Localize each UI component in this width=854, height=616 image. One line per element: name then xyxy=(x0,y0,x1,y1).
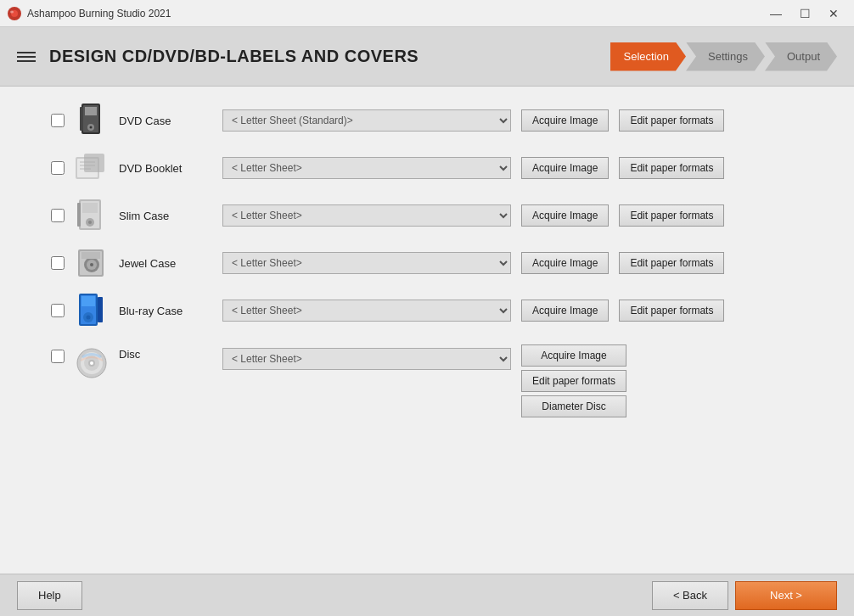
icon-dvd-booklet xyxy=(75,151,109,185)
svg-rect-32 xyxy=(98,297,103,322)
maximize-button[interactable]: ☐ xyxy=(791,2,818,25)
svg-rect-29 xyxy=(81,296,95,306)
disc-buttons: Acquire Image Edit paper formats Diamete… xyxy=(521,344,626,417)
icon-dvd-case xyxy=(75,104,109,137)
select-bluray-case[interactable]: < Letter Sheet> xyxy=(222,300,511,322)
edit-paper-jewel-case[interactable]: Edit paper formats xyxy=(619,252,724,274)
close-button[interactable]: ✕ xyxy=(820,2,847,25)
svg-rect-8 xyxy=(80,107,83,131)
icon-jewel-case xyxy=(75,246,109,280)
back-button[interactable]: < Back xyxy=(652,581,728,610)
item-row-dvd-case: DVD Case < Letter Sheet (Standard)> Acqu… xyxy=(51,104,803,137)
checkbox-slim-case[interactable] xyxy=(51,209,65,222)
icon-slim-case xyxy=(75,199,109,232)
svg-point-31 xyxy=(87,316,91,320)
footer-nav: < Back Next > xyxy=(652,581,837,610)
svg-rect-26 xyxy=(81,252,100,259)
icon-disc xyxy=(75,346,109,380)
acquire-image-disc[interactable]: Acquire Image xyxy=(521,344,626,367)
label-dvd-booklet: DVD Booklet xyxy=(119,162,212,175)
edit-paper-dvd-case[interactable]: Edit paper formats xyxy=(619,109,724,132)
checkbox-disc[interactable] xyxy=(51,350,65,363)
svg-point-37 xyxy=(90,361,93,365)
select-dvd-case[interactable]: < Letter Sheet (Standard)> xyxy=(222,109,511,132)
label-dvd-case: DVD Case xyxy=(119,115,212,127)
acquire-image-dvd-case[interactable]: Acquire Image xyxy=(521,109,609,132)
acquire-image-slim-case[interactable]: Acquire Image xyxy=(521,204,609,227)
svg-rect-14 xyxy=(84,154,104,172)
window-controls: — ☐ ✕ xyxy=(762,2,847,25)
edit-paper-disc[interactable]: Edit paper formats xyxy=(521,370,626,392)
titlebar: Ashampoo Burning Studio 2021 — ☐ ✕ xyxy=(0,0,854,27)
checkbox-dvd-booklet[interactable] xyxy=(51,161,65,175)
svg-rect-5 xyxy=(85,107,97,115)
acquire-image-bluray-case[interactable]: Acquire Image xyxy=(521,300,609,322)
label-slim-case: Slim Case xyxy=(119,210,212,222)
select-slim-case[interactable]: < Letter Sheet> xyxy=(222,204,511,227)
checkbox-jewel-case[interactable] xyxy=(51,256,65,270)
checkbox-bluray-case[interactable] xyxy=(51,304,65,317)
select-disc[interactable]: < Letter Sheet> xyxy=(222,348,511,370)
icon-bluray-case xyxy=(75,294,109,328)
svg-point-25 xyxy=(90,263,93,266)
menu-button[interactable] xyxy=(17,52,36,62)
edit-paper-dvd-booklet[interactable]: Edit paper formats xyxy=(619,157,724,179)
svg-point-7 xyxy=(90,126,93,129)
svg-rect-17 xyxy=(82,203,98,213)
diameter-disc-button[interactable]: Diameter Disc xyxy=(521,395,626,417)
item-row-slim-case: Slim Case < Letter Sheet> Acquire Image … xyxy=(51,199,803,232)
next-button[interactable]: Next > xyxy=(735,581,837,610)
help-button[interactable]: Help xyxy=(17,581,82,610)
item-row-jewel-case: Jewel Case < Letter Sheet> Acquire Image… xyxy=(51,246,803,280)
page-title: DESIGN CD/DVD/BD-LABELS AND COVERS xyxy=(49,47,610,66)
item-row-disc: Disc < Letter Sheet> Acquire Image Edit … xyxy=(51,341,803,417)
app-title: Ashampoo Burning Studio 2021 xyxy=(27,8,762,20)
edit-paper-bluray-case[interactable]: Edit paper formats xyxy=(619,300,724,322)
step-output[interactable]: Output xyxy=(765,42,837,71)
svg-rect-20 xyxy=(77,203,81,227)
svg-point-2 xyxy=(10,10,14,13)
label-bluray-case: Blu-ray Case xyxy=(119,305,212,317)
checkbox-dvd-case[interactable] xyxy=(51,114,65,127)
step-settings[interactable]: Settings xyxy=(686,42,765,71)
label-jewel-case: Jewel Case xyxy=(119,257,212,270)
steps-breadcrumb: Selection Settings Output xyxy=(610,42,838,71)
label-disc: Disc xyxy=(119,348,212,361)
select-dvd-booklet[interactable]: < Letter Sheet> xyxy=(222,157,511,179)
acquire-image-jewel-case[interactable]: Acquire Image xyxy=(521,252,609,274)
step-selection[interactable]: Selection xyxy=(610,42,686,71)
header: DESIGN CD/DVD/BD-LABELS AND COVERS Selec… xyxy=(0,27,854,87)
footer: Help < Back Next > xyxy=(0,574,854,616)
item-row-dvd-booklet: DVD Booklet < Letter Sheet> Acquire Imag… xyxy=(51,151,803,185)
app-icon xyxy=(7,6,22,21)
svg-point-19 xyxy=(88,221,92,224)
main-content: DVD Case < Letter Sheet (Standard)> Acqu… xyxy=(0,87,854,574)
edit-paper-slim-case[interactable]: Edit paper formats xyxy=(619,204,724,227)
item-row-bluray-case: Blu-ray Case < Letter Sheet> Acquire Ima… xyxy=(51,294,803,328)
minimize-button[interactable]: — xyxy=(762,2,789,25)
select-jewel-case[interactable]: < Letter Sheet> xyxy=(222,252,511,274)
acquire-image-dvd-booklet[interactable]: Acquire Image xyxy=(521,157,609,179)
